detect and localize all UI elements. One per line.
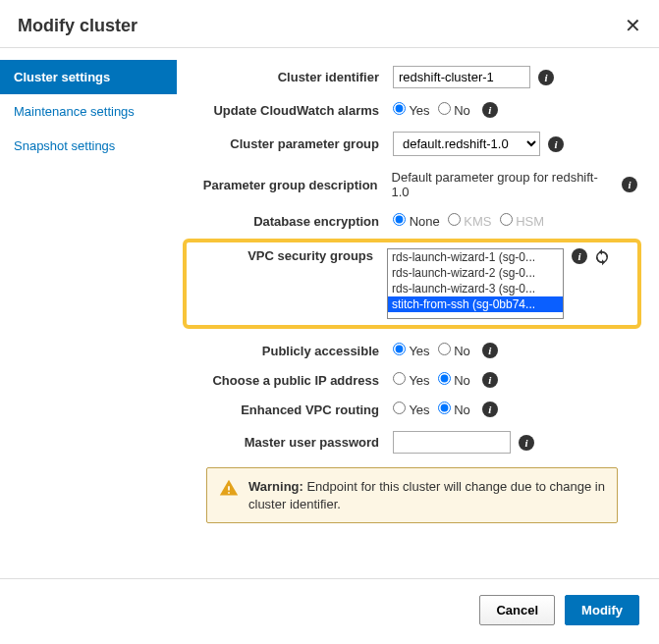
dialog-body: Cluster settings Maintenance settings Sn… [0,48,659,559]
row-public-ip: Choose a public IP address Yes No i [187,372,637,388]
radio-ip-no[interactable]: No [438,372,470,388]
info-icon[interactable]: i [519,435,534,451]
label-master-password: Master user password [187,435,393,450]
vpc-sg-listbox[interactable]: rds-launch-wizard-1 (sg-0... rds-launch-… [387,248,564,319]
sidebar-item-label: Maintenance settings [14,104,135,119]
row-db-encryption: Database encryption None KMS HSM [187,213,637,229]
radio-pub-no[interactable]: No [438,343,470,358]
row-master-password: Master user password i [187,431,637,454]
radio-ip-yes[interactable]: Yes [393,372,430,388]
label-public-access: Publicly accessible [187,344,393,358]
info-icon[interactable]: i [482,343,498,358]
radio-evpc-no[interactable]: No [438,402,470,417]
close-icon[interactable]: ✕ [625,14,641,37]
warning-icon [219,478,239,501]
cancel-button[interactable]: Cancel [479,595,555,625]
info-icon[interactable]: i [572,248,587,264]
row-cluster-identifier: Cluster identifier i [187,66,637,88]
refresh-icon[interactable] [593,248,611,266]
label-update-cw-alarms: Update CloudWatch alarms [187,103,393,118]
row-param-group-desc: Parameter group description Default para… [187,170,637,199]
param-group-desc-text: Default parameter group for redshift-1.0 [392,170,615,199]
sidebar-maintenance-settings[interactable]: Maintenance settings [0,94,177,129]
info-icon[interactable]: i [548,136,564,152]
radio-cw-yes[interactable]: Yes [393,102,430,118]
info-icon[interactable]: i [482,102,498,118]
label-parameter-group: Cluster parameter group [187,136,393,151]
info-icon[interactable]: i [538,70,554,85]
label-enhanced-vpc: Enhanced VPC routing [187,402,393,417]
radio-cw-no[interactable]: No [438,102,470,118]
warning-text: Warning: Endpoint for this cluster will … [248,478,605,512]
dialog-title: Modify cluster [18,16,137,36]
row-vpc-sg: VPC security groups rds-launch-wizard-1 … [194,248,630,319]
cluster-identifier-input[interactable] [393,66,530,88]
vpc-sg-highlight: VPC security groups rds-launch-wizard-1 … [183,239,641,329]
radio-enc-none[interactable]: None [393,213,440,229]
row-parameter-group: Cluster parameter group default.redshift… [187,132,637,156]
sidebar-item-label: Snapshot settings [14,138,115,153]
warning-box: Warning: Endpoint for this cluster will … [206,467,618,523]
row-public-access: Publicly accessible Yes No i [187,343,637,358]
radio-enc-kms[interactable]: KMS [448,213,492,229]
vpc-sg-option[interactable]: rds-launch-wizard-3 (sg-0... [388,281,563,296]
vpc-sg-option[interactable]: rds-launch-wizard-2 (sg-0... [388,265,563,281]
modify-cluster-dialog: Modify cluster ✕ Cluster settings Mainte… [0,0,659,644]
label-param-group-desc: Parameter group description [187,178,392,192]
sidebar-snapshot-settings[interactable]: Snapshot settings [0,129,177,163]
radio-enc-hsm[interactable]: HSM [500,213,545,229]
sidebar: Cluster settings Maintenance settings Sn… [0,48,177,559]
info-icon[interactable]: i [482,402,498,417]
radio-evpc-yes[interactable]: Yes [393,402,430,417]
label-db-encryption: Database encryption [187,214,393,229]
label-cluster-identifier: Cluster identifier [187,70,393,84]
modify-button[interactable]: Modify [565,595,639,625]
label-public-ip: Choose a public IP address [187,373,393,388]
vpc-sg-option[interactable]: stitch-from-ssh (sg-0bb74... [388,296,563,312]
sidebar-cluster-settings[interactable]: Cluster settings [0,60,177,94]
content-panel: Cluster identifier i Update CloudWatch a… [177,48,659,559]
dialog-footer: Cancel Modify [0,579,659,641]
master-password-input[interactable] [393,431,511,454]
dialog-header: Modify cluster ✕ [0,0,659,48]
parameter-group-select[interactable]: default.redshift-1.0 [393,132,540,156]
row-enhanced-vpc: Enhanced VPC routing Yes No i [187,402,637,417]
radio-pub-yes[interactable]: Yes [393,343,430,358]
label-vpc-sg: VPC security groups [194,248,387,263]
info-icon[interactable]: i [482,372,498,388]
info-icon[interactable]: i [622,177,637,192]
row-update-cw-alarms: Update CloudWatch alarms Yes No i [187,102,637,118]
vpc-sg-option[interactable]: rds-launch-wizard-1 (sg-0... [388,249,563,265]
sidebar-item-label: Cluster settings [14,70,110,84]
